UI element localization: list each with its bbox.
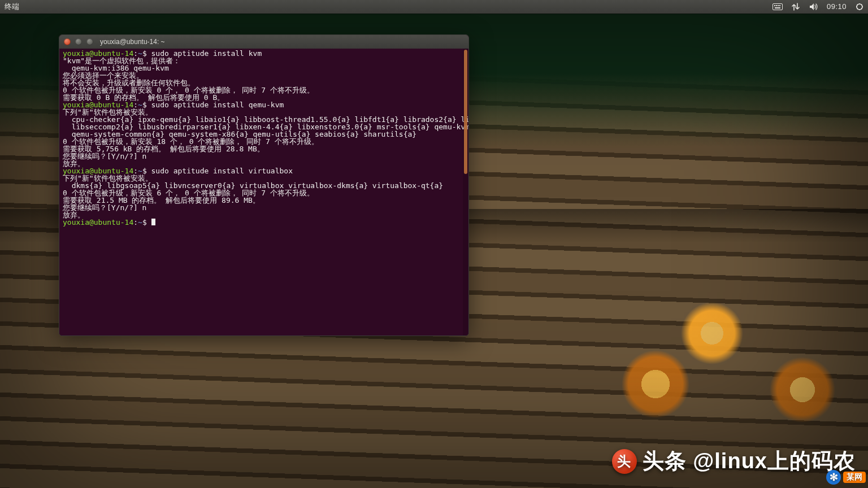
keyboard-indicator-icon[interactable] (772, 2, 783, 12)
svg-rect-0 (772, 4, 782, 10)
svg-rect-1 (774, 5, 775, 6)
window-titlebar[interactable]: youxia@ubuntu-14: ~ (59, 35, 468, 49)
svg-rect-2 (776, 5, 777, 6)
watermark-badge-text: 某网 (843, 472, 866, 483)
prompt-command: sudo aptitude install virtualbox (151, 167, 293, 175)
close-icon[interactable] (64, 38, 71, 45)
terminal-cursor (151, 219, 155, 225)
prompt-command: sudo aptitude install qemu-kvm (151, 101, 284, 109)
top-menubar: 终端 09:10 (0, 0, 868, 14)
prompt-dir: ~ (138, 218, 142, 226)
volume-icon[interactable] (809, 2, 819, 12)
terminal-output-line: 您要继续吗？[Y/n/?] n (63, 152, 465, 160)
minimize-icon[interactable] (75, 38, 82, 45)
terminal-prompt-line: youxia@ubuntu-14:~$ (63, 219, 465, 226)
terminal-body[interactable]: youxia@ubuntu-14:~$ sudo aptitude instal… (59, 49, 468, 336)
active-app-title[interactable]: 终端 (5, 0, 19, 14)
svg-rect-4 (779, 5, 780, 6)
prompt-suffix: $ (142, 218, 151, 226)
terminal-window: youxia@ubuntu-14: ~ youxia@ubuntu-14:~$ … (59, 34, 469, 336)
watermark: 头 头条 @linux上的码农 (612, 447, 856, 476)
terminal-output-line: 您要继续吗？[Y/n/?] n (63, 204, 465, 211)
watermark-text: 头条 @linux上的码农 (643, 447, 856, 476)
scrollbar-thumb[interactable] (464, 50, 467, 174)
desktop-wallpaper: 终端 09:10 youxia@ubuntu-14: ~ youxia@ (0, 0, 868, 488)
clock[interactable]: 09:10 (827, 0, 847, 14)
svg-rect-5 (775, 7, 780, 8)
watermark-logo-icon: 头 (612, 449, 637, 474)
svg-rect-3 (778, 5, 779, 6)
window-title: youxia@ubuntu-14: ~ (100, 38, 165, 46)
terminal-scrollbar[interactable] (463, 49, 468, 336)
network-updown-icon[interactable] (791, 2, 801, 12)
watermark-badge-icon: ✻ (826, 470, 841, 485)
maximize-icon[interactable] (86, 38, 93, 45)
prompt-user: youxia@ubuntu-14 (63, 218, 133, 226)
power-gear-icon[interactable] (854, 2, 865, 12)
watermark-badge: ✻ 某网 (826, 470, 866, 485)
